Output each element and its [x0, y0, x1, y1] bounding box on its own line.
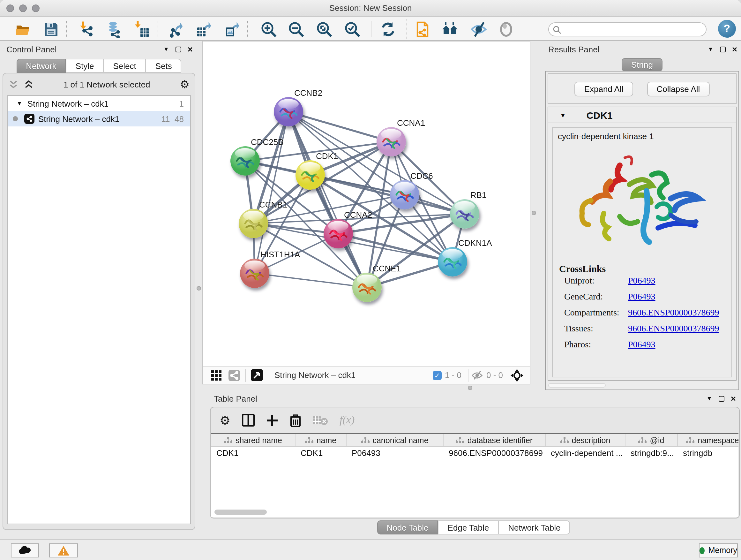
node-CCNA1[interactable]: [377, 127, 406, 157]
hide-unhide-icon[interactable]: [470, 20, 487, 38]
results-panel-menu-icon[interactable]: ▼: [708, 46, 714, 52]
column-header-shared-name[interactable]: shared name: [211, 434, 295, 446]
collapse-all-tree-icon[interactable]: [8, 79, 18, 89]
table-cell[interactable]: CDK1: [211, 447, 295, 460]
expand-all-button[interactable]: Expand All: [575, 81, 633, 96]
right-splitter-handle[interactable]: [532, 211, 536, 215]
hidden-eye-icon[interactable]: [471, 370, 483, 380]
edge-HIST1H1A-CCNE1[interactable]: [255, 273, 367, 287]
grid-view-icon[interactable]: [211, 369, 222, 381]
create-column-icon[interactable]: [266, 414, 278, 426]
results-panel-float-icon[interactable]: [720, 46, 726, 52]
network-selection-status: 1 of 1 Network selected: [34, 79, 180, 89]
selected-checkbox-icon[interactable]: ✓: [433, 371, 442, 380]
open-session-icon[interactable]: [14, 20, 31, 38]
tab-network-table[interactable]: Network Table: [498, 520, 570, 535]
export-network-icon[interactable]: [167, 20, 185, 38]
node-RB1[interactable]: [450, 199, 479, 229]
delete-column-icon[interactable]: [290, 414, 301, 427]
table-cell[interactable]: P06493: [347, 447, 444, 460]
network-collection-row[interactable]: ▼ String Network – cdk1 1: [8, 96, 190, 111]
table-panel-menu-icon[interactable]: ▼: [706, 395, 712, 401]
warnings-button[interactable]: [49, 543, 78, 557]
network-row[interactable]: String Network – cdk1 11 48: [8, 111, 190, 126]
birdseye-view-icon[interactable]: [251, 369, 263, 381]
node-CDC25B[interactable]: [230, 146, 260, 176]
export-image-icon[interactable]: [223, 20, 240, 38]
tab-string[interactable]: String: [622, 58, 663, 71]
node-CCNB2[interactable]: [274, 97, 303, 126]
entry-collapse-icon[interactable]: ▼: [560, 111, 566, 118]
network-overview-icon[interactable]: [228, 369, 240, 381]
save-session-icon[interactable]: [42, 20, 59, 38]
collapse-all-button[interactable]: Collapse All: [647, 81, 710, 96]
node-CCNB1[interactable]: [239, 209, 268, 238]
search-input[interactable]: [548, 22, 706, 37]
node-HIST1H1A[interactable]: [240, 259, 269, 288]
edge-CCNB2-CCNA1[interactable]: [288, 112, 391, 142]
table-panel-close-icon[interactable]: ×: [731, 395, 736, 401]
crosslink-link[interactable]: P06493: [628, 340, 656, 350]
table-row[interactable]: CDK1CDK1P064939606.ENSP00000378699cyclin…: [211, 447, 738, 460]
control-panel-menu-icon[interactable]: ▼: [163, 46, 169, 52]
network-canvas[interactable]: CCNB2CCNA1CDC25BCDK1CDC6RB1CCNB1CCNA2CDK…: [203, 42, 530, 367]
column-header-description[interactable]: description: [546, 434, 625, 446]
import-table-icon[interactable]: [133, 20, 151, 38]
zoom-in-icon[interactable]: [260, 20, 277, 38]
cloud-button[interactable]: [11, 543, 39, 557]
crosslink-link[interactable]: P06493: [628, 292, 656, 302]
table-cell[interactable]: cyclin-dependent ...: [546, 447, 625, 460]
node-CCNA2[interactable]: [324, 219, 353, 248]
crosslink-link[interactable]: 9606.ENSP00000378699: [628, 324, 719, 334]
column-header-canonical-name[interactable]: canonical name: [347, 434, 444, 446]
zoom-selected-icon[interactable]: [343, 20, 360, 38]
memory-button[interactable]: Memory: [699, 543, 738, 557]
tab-network[interactable]: Network: [16, 59, 66, 73]
tab-edge-table[interactable]: Edge Table: [438, 520, 499, 535]
node-CDC6[interactable]: [390, 180, 419, 209]
table-options-gear-icon[interactable]: ⚙: [219, 413, 230, 428]
table-hscrollbar[interactable]: [214, 509, 267, 515]
help-button[interactable]: ?: [718, 20, 736, 38]
column-header-name[interactable]: name: [295, 434, 347, 446]
import-network-icon[interactable]: [78, 20, 95, 38]
bottom-splitter-handle[interactable]: [468, 386, 472, 390]
table-cell[interactable]: stringdb:9...: [625, 447, 678, 460]
collection-expand-icon[interactable]: ▼: [17, 100, 22, 107]
crosslink-link[interactable]: P06493: [628, 276, 656, 286]
gear-icon[interactable]: ⚙: [180, 78, 190, 91]
column-header-at-id[interactable]: @id: [625, 434, 678, 446]
edge-CCNB2-CCNE1[interactable]: [288, 112, 367, 287]
edge-CCNB2-HIST1H1A[interactable]: [255, 112, 288, 273]
control-panel-float-icon[interactable]: [176, 46, 181, 52]
node-result-header[interactable]: ▼ CDK1: [548, 107, 736, 123]
zoom-fit-icon[interactable]: [315, 20, 333, 38]
column-header-database-identifier[interactable]: database identifier: [444, 434, 546, 446]
home-networks-icon[interactable]: [442, 20, 459, 38]
results-panel-close-icon[interactable]: ×: [732, 46, 737, 52]
string-import-icon[interactable]: [414, 20, 431, 38]
crosslink-link[interactable]: 9606.ENSP00000378699: [628, 308, 719, 318]
show-columns-icon[interactable]: [242, 414, 255, 427]
tab-select[interactable]: Select: [104, 59, 145, 73]
table-cell[interactable]: 9606.ENSP00000378699: [444, 447, 546, 460]
table-panel-float-icon[interactable]: [719, 395, 724, 401]
node-CDKN1A[interactable]: [438, 247, 467, 276]
table-cell[interactable]: CDK1: [295, 447, 347, 460]
node-CCNE1[interactable]: [352, 273, 382, 302]
control-panel-close-icon[interactable]: ×: [188, 46, 193, 52]
results-scrollbar[interactable]: [548, 383, 606, 388]
import-network-from-database-icon[interactable]: [105, 20, 123, 38]
expand-all-tree-icon[interactable]: [23, 79, 34, 89]
tab-node-table[interactable]: Node Table: [377, 520, 438, 535]
tab-sets[interactable]: Sets: [146, 59, 182, 73]
node-CDK1[interactable]: [295, 160, 325, 190]
pan-crosshair-icon[interactable]: [511, 369, 523, 381]
column-header-namespace[interactable]: namespace: [678, 434, 738, 446]
tab-style[interactable]: Style: [66, 59, 104, 73]
zoom-out-icon[interactable]: [287, 20, 305, 38]
left-splitter-handle[interactable]: [197, 286, 201, 291]
export-table-icon[interactable]: [195, 20, 212, 38]
table-cell[interactable]: stringdb: [678, 447, 738, 460]
refresh-icon[interactable]: [379, 20, 396, 38]
